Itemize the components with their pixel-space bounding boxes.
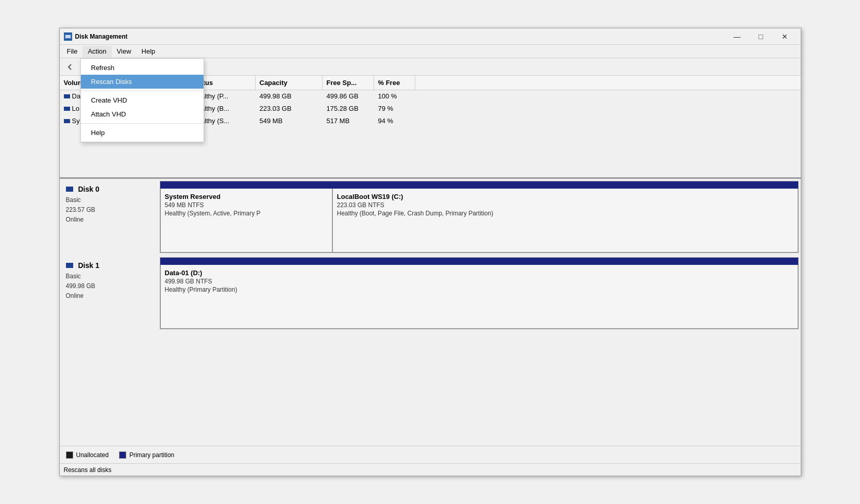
disk-1-indicator [66,263,73,268]
window-controls: — □ ✕ [726,28,797,45]
disk-1-title: Disk 1 [66,261,156,270]
cell-freespace: 517 MB [323,115,374,127]
disk-row-1: Disk 1 Basic 499.98 GB Online Data-01 (D… [62,257,799,329]
disk-indicator-icon [64,94,70,98]
disk-1-bar [160,258,798,265]
disk-indicator-icon [64,107,70,111]
dropdown-help[interactable]: Help [81,126,204,140]
disk-0-partitions: System Reserved 549 MB NTFS Healthy (Sys… [160,181,799,253]
title-bar: Disk Management — □ ✕ [60,28,801,45]
cell-pctfree: 79 % [374,103,415,114]
menu-view[interactable]: View [112,46,137,57]
dropdown-create-vhd[interactable]: Create VHD [81,93,204,107]
maximize-button[interactable]: □ [749,28,773,45]
cell-freespace: 499.86 GB [323,90,374,102]
disk-indicator-icon [64,119,70,123]
legend-bar: Unallocated Primary partition [60,446,801,463]
cell-pctfree: 100 % [374,90,415,102]
status-bar: Rescans all disks [60,463,801,476]
partition-localboot[interactable]: LocalBoot WS19 (C:) 223.03 GB NTFS Healt… [332,189,798,253]
disk-0-info: Basic 223.57 GB Online [66,195,156,225]
close-button[interactable]: ✕ [773,28,797,45]
disk-0-label: Disk 0 Basic 223.57 GB Online [62,181,160,253]
disk-1-info: Basic 499.98 GB Online [66,272,156,301]
disk-0-bar [160,181,798,189]
col-header-capacity[interactable]: Capacity [256,76,323,90]
legend-unallocated-box [66,451,73,459]
menu-file[interactable]: File [62,46,83,57]
menu-bar: File Action View Help Refresh Rescan Dis… [60,45,801,58]
window-title: Disk Management [75,33,726,40]
app-icon [64,32,72,41]
svg-rect-2 [66,38,70,39]
col-header-freespace[interactable]: Free Sp... [323,76,374,90]
cell-capacity: 223.03 GB [256,103,323,114]
cell-pctfree: 94 % [374,115,415,127]
legend-unallocated: Unallocated [66,451,109,459]
action-dropdown: Refresh Rescan Disks Create VHD Attach V… [80,58,204,142]
cell-capacity: 499.98 GB [256,90,323,102]
disk-1-label: Disk 1 Basic 499.98 GB Online [62,257,160,329]
dropdown-attach-vhd[interactable]: Attach VHD [81,107,204,121]
svg-rect-1 [65,35,71,38]
col-header-pctfree[interactable]: % Free [374,76,415,90]
menu-help[interactable]: Help [137,46,161,57]
dropdown-sep2 [81,123,204,124]
disk-section: Disk 0 Basic 223.57 GB Online System Res… [60,179,801,446]
menu-action[interactable]: Action [82,46,111,57]
disk-row-0: Disk 0 Basic 223.57 GB Online System Res… [62,181,799,253]
cell-capacity: 549 MB [256,115,323,127]
legend-primary-box [119,451,126,459]
dropdown-rescan[interactable]: Rescan Disks [81,75,204,89]
disk-1-partitions: Data-01 (D:) 499.98 GB NTFS Healthy (Pri… [160,257,799,329]
disk-0-indicator [66,187,73,192]
legend-primary: Primary partition [119,451,174,459]
disk-0-blocks: System Reserved 549 MB NTFS Healthy (Sys… [160,189,798,253]
disk-0-title: Disk 0 [66,185,156,193]
disk-1-blocks: Data-01 (D:) 499.98 GB NTFS Healthy (Pri… [160,265,798,329]
partition-system-reserved[interactable]: System Reserved 549 MB NTFS Healthy (Sys… [160,189,332,253]
cell-freespace: 175.28 GB [323,103,374,114]
back-button[interactable] [63,60,77,74]
dropdown-refresh[interactable]: Refresh [81,61,204,75]
main-window: Disk Management — □ ✕ File Action View H… [59,28,801,476]
minimize-button[interactable]: — [726,28,749,45]
partition-data01[interactable]: Data-01 (D:) 499.98 GB NTFS Healthy (Pri… [160,265,798,329]
dropdown-sep1 [81,91,204,91]
